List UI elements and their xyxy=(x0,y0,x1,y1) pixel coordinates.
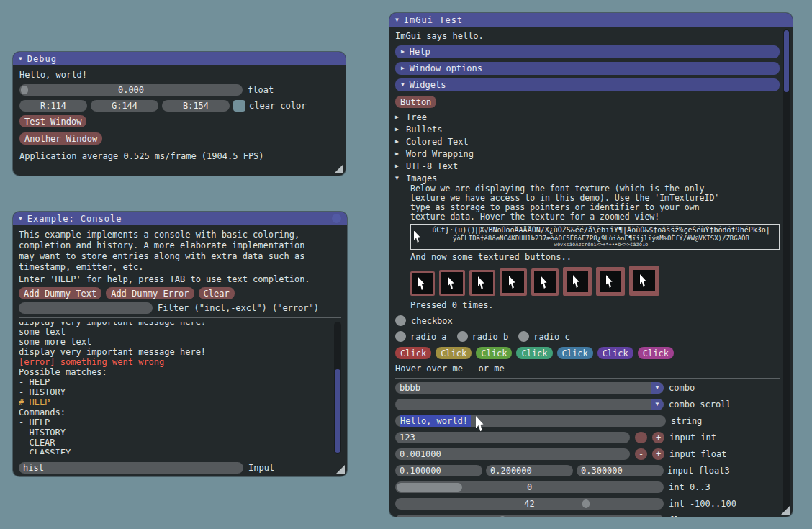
clear-color-swatch[interactable] xyxy=(233,100,245,112)
radio-button-c[interactable] xyxy=(518,331,529,342)
console-log-area[interactable]: display very important message here! som… xyxy=(19,322,341,454)
debug-window: ▼ Debug Hello, world! 0.000 float R:114 … xyxy=(13,52,346,176)
window-scrollbar[interactable] xyxy=(783,29,790,513)
separator xyxy=(19,458,341,458)
radio-button-a[interactable] xyxy=(395,331,406,342)
console-input-value: hist xyxy=(19,463,44,473)
cursor-glyph-icon xyxy=(414,231,423,243)
image-button[interactable] xyxy=(469,270,495,296)
log-line: Commands: xyxy=(19,407,331,417)
combo-arrow-button[interactable]: ▼ xyxy=(651,382,664,394)
clear-button[interactable]: Clear xyxy=(199,287,235,299)
console-input[interactable]: hist xyxy=(19,462,243,474)
tree-node-images[interactable]: ▼ Images xyxy=(395,173,780,184)
add-dummy-error-button[interactable]: Add Dummy Error xyxy=(106,287,194,299)
collapse-arrow-icon[interactable]: ▼ xyxy=(395,17,399,23)
click-button-red[interactable]: Click xyxy=(395,347,431,359)
int-slider-large[interactable]: 42 xyxy=(395,498,664,510)
drag-green[interactable]: G:144 xyxy=(91,100,158,112)
tree-node-tree[interactable]: ▶ Tree xyxy=(395,112,780,123)
float-slider-row[interactable]: 4.132 xyxy=(395,515,664,517)
imgui-hello-text: ImGui says hello. xyxy=(395,31,780,42)
image-button[interactable] xyxy=(531,268,559,296)
int-input[interactable]: 123 xyxy=(395,432,630,443)
images-node-content: Below we are displaying the font texture… xyxy=(410,184,780,311)
combo-box[interactable]: bbbb ▼ xyxy=(395,382,664,394)
tree-node-bullets[interactable]: ▶ Bullets xyxy=(395,124,780,135)
click-button-teal[interactable]: Click xyxy=(516,347,552,359)
string-input-value: Hello, world! xyxy=(400,415,471,427)
string-input[interactable]: Hello, world! xyxy=(395,415,666,427)
decrement-button[interactable]: - xyxy=(635,448,647,460)
button-widget[interactable]: Button xyxy=(395,96,436,108)
drag-red[interactable]: R:114 xyxy=(19,100,87,112)
resize-grip[interactable] xyxy=(335,465,345,474)
float3-input-y[interactable]: 0.200000 xyxy=(486,465,573,476)
image-button[interactable] xyxy=(410,271,435,296)
desktop: { "theme": { "background": "#72909a", "w… xyxy=(0,0,812,529)
tree-node-utf8-text[interactable]: ▶ UTF-8 Text xyxy=(395,160,780,172)
float-slider[interactable]: 0.000 xyxy=(19,84,243,96)
tree-node-colored-text[interactable]: ▶ Colored Text xyxy=(395,136,780,148)
float3-input-x[interactable]: 0.100000 xyxy=(395,465,482,476)
radio-button-b[interactable] xyxy=(457,331,468,342)
cursor-glyph-icon xyxy=(541,276,550,289)
float-slider-row-label: float xyxy=(669,515,695,517)
console-scrollbar[interactable] xyxy=(334,322,341,454)
click-button-blue[interactable]: Click xyxy=(557,347,593,359)
float3-input-z[interactable]: 0.300000 xyxy=(577,465,664,476)
scrollbar-grab[interactable] xyxy=(335,369,340,453)
console-intro-line: This example implements a console with b… xyxy=(19,230,341,240)
int-slider-small[interactable]: 0 xyxy=(395,481,664,493)
scrollbar-grab[interactable] xyxy=(784,30,789,92)
tree-node-word-wrapping[interactable]: ▶ Word Wrapping xyxy=(395,148,780,160)
image-button[interactable] xyxy=(500,268,527,296)
close-button[interactable] xyxy=(332,214,341,223)
resize-grip[interactable] xyxy=(781,505,790,515)
textured-buttons-caption: And now some textured buttons.. xyxy=(410,252,780,263)
click-button-green[interactable]: Click xyxy=(476,347,512,359)
chevron-right-icon: ▶ xyxy=(395,127,402,132)
click-button-yellow[interactable]: Click xyxy=(436,347,472,359)
imgui-titlebar[interactable]: ▼ ImGui Test xyxy=(389,13,793,27)
image-button[interactable] xyxy=(629,266,659,296)
console-intro-line: may want to store entries along with ext… xyxy=(19,251,341,262)
chevron-right-icon: ▶ xyxy=(401,49,405,55)
float-input[interactable]: 0.001000 xyxy=(395,448,630,460)
pressed-count-text: Pressed 0 times. xyxy=(410,300,780,311)
checkbox[interactable] xyxy=(395,315,406,326)
header-window-options[interactable]: ▶ Window options xyxy=(395,62,780,75)
drag-blue[interactable]: B:154 xyxy=(162,100,230,112)
debug-titlebar[interactable]: ▼ Debug xyxy=(13,52,346,65)
header-widgets-label: Widgets xyxy=(410,80,446,90)
cursor-glyph-icon xyxy=(448,276,457,290)
log-line: some text xyxy=(19,327,331,337)
log-line: - CLEAR xyxy=(19,438,331,448)
increment-button[interactable]: + xyxy=(652,448,664,460)
resize-grip[interactable] xyxy=(334,164,343,173)
image-button[interactable] xyxy=(596,267,625,296)
header-widgets[interactable]: ▼ Widgets xyxy=(395,78,780,91)
test-window-button[interactable]: Test Window xyxy=(19,115,86,127)
combo-scroll-box[interactable]: ▼ xyxy=(395,399,664,410)
add-dummy-text-button[interactable]: Add Dummy Text xyxy=(19,287,102,299)
font-texture-image[interactable]: úCf}·(ü)()∏X√BNöÙòóÂÃÅÅÒN/X¿ùÒŽS&éé/å\èb… xyxy=(410,224,780,250)
decrement-button[interactable]: - xyxy=(635,432,647,443)
mouse-cursor xyxy=(476,416,487,432)
string-input-label: string xyxy=(671,416,702,426)
click-button-indigo[interactable]: Click xyxy=(597,347,633,359)
combo-arrow-button[interactable]: ▼ xyxy=(651,399,664,410)
separator xyxy=(395,378,780,379)
image-button[interactable] xyxy=(563,267,592,296)
collapse-arrow-icon[interactable]: ▼ xyxy=(19,56,22,62)
console-titlebar[interactable]: ▼ Example: Console xyxy=(13,212,347,225)
font-texture-glyphs: úCf}·(ü)()∏X√BNöÙòóÂÃÅÅÒN/X¿ùÒŽS&éé/å\èb… xyxy=(426,226,776,248)
header-help[interactable]: ▶ Help xyxy=(395,45,780,58)
collapse-arrow-icon[interactable]: ▼ xyxy=(19,216,22,222)
increment-button[interactable]: + xyxy=(652,432,664,443)
image-button[interactable] xyxy=(439,270,465,296)
click-button-magenta[interactable]: Click xyxy=(638,347,674,359)
filter-input[interactable] xyxy=(19,302,153,314)
float3-input-label: input float3 xyxy=(667,466,730,476)
another-window-button[interactable]: Another Window xyxy=(19,132,102,145)
